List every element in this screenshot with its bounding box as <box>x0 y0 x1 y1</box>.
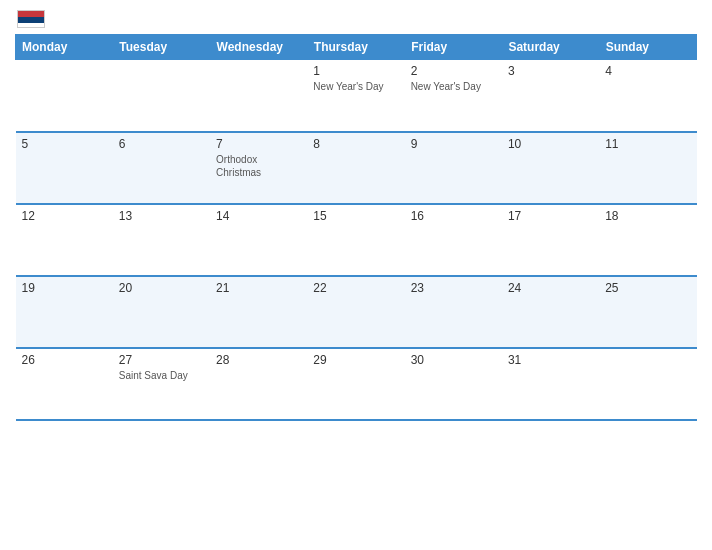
logo-row <box>15 10 45 28</box>
week-row: 567Orthodox Christmas891011 <box>16 132 697 204</box>
calendar-page: MondayTuesdayWednesdayThursdayFridaySatu… <box>0 0 712 550</box>
header <box>15 10 697 28</box>
calendar-cell: 24 <box>502 276 599 348</box>
day-number: 30 <box>411 353 496 367</box>
day-number: 29 <box>313 353 398 367</box>
day-number: 7 <box>216 137 301 151</box>
calendar-cell: 29 <box>307 348 404 420</box>
day-number: 12 <box>22 209 107 223</box>
holiday-label: Orthodox Christmas <box>216 153 301 179</box>
day-number: 5 <box>22 137 107 151</box>
calendar-cell <box>16 60 113 132</box>
day-number: 31 <box>508 353 593 367</box>
holiday-label: Saint Sava Day <box>119 369 204 382</box>
calendar-cell: 2New Year's Day <box>405 60 502 132</box>
day-number: 2 <box>411 64 496 78</box>
calendar-cell: 6 <box>113 132 210 204</box>
calendar-body: 1New Year's Day2New Year's Day34567Ortho… <box>16 60 697 420</box>
day-number: 15 <box>313 209 398 223</box>
weekday-header-sunday: Sunday <box>599 35 696 60</box>
day-number: 4 <box>605 64 690 78</box>
day-number: 22 <box>313 281 398 295</box>
week-row: 19202122232425 <box>16 276 697 348</box>
holiday-label: New Year's Day <box>411 80 496 93</box>
calendar-cell: 18 <box>599 204 696 276</box>
calendar-cell: 21 <box>210 276 307 348</box>
calendar-cell: 17 <box>502 204 599 276</box>
day-number: 18 <box>605 209 690 223</box>
calendar-cell: 3 <box>502 60 599 132</box>
week-row: 12131415161718 <box>16 204 697 276</box>
calendar-cell: 26 <box>16 348 113 420</box>
calendar-header: MondayTuesdayWednesdayThursdayFridaySatu… <box>16 35 697 60</box>
logo-wrapper <box>15 10 95 28</box>
calendar-cell <box>210 60 307 132</box>
holiday-label: New Year's Day <box>313 80 398 93</box>
calendar-cell: 9 <box>405 132 502 204</box>
day-number: 25 <box>605 281 690 295</box>
weekday-header-monday: Monday <box>16 35 113 60</box>
calendar-cell: 16 <box>405 204 502 276</box>
day-number: 23 <box>411 281 496 295</box>
day-number: 9 <box>411 137 496 151</box>
calendar-cell: 28 <box>210 348 307 420</box>
calendar-cell: 19 <box>16 276 113 348</box>
calendar-cell: 15 <box>307 204 404 276</box>
day-number: 27 <box>119 353 204 367</box>
calendar-cell: 20 <box>113 276 210 348</box>
day-number: 14 <box>216 209 301 223</box>
calendar-table: MondayTuesdayWednesdayThursdayFridaySatu… <box>15 34 697 421</box>
calendar-cell: 10 <box>502 132 599 204</box>
day-number: 8 <box>313 137 398 151</box>
weekday-header-tuesday: Tuesday <box>113 35 210 60</box>
day-number: 6 <box>119 137 204 151</box>
calendar-cell: 23 <box>405 276 502 348</box>
calendar-cell: 14 <box>210 204 307 276</box>
day-number: 20 <box>119 281 204 295</box>
day-number: 28 <box>216 353 301 367</box>
calendar-cell: 31 <box>502 348 599 420</box>
calendar-cell: 30 <box>405 348 502 420</box>
day-number: 21 <box>216 281 301 295</box>
calendar-cell: 27Saint Sava Day <box>113 348 210 420</box>
day-number: 1 <box>313 64 398 78</box>
day-number: 26 <box>22 353 107 367</box>
calendar-cell: 25 <box>599 276 696 348</box>
calendar-cell <box>113 60 210 132</box>
day-number: 3 <box>508 64 593 78</box>
day-number: 24 <box>508 281 593 295</box>
flag-icon <box>17 10 45 28</box>
calendar-cell: 5 <box>16 132 113 204</box>
day-number: 19 <box>22 281 107 295</box>
calendar-cell: 12 <box>16 204 113 276</box>
calendar-cell: 1New Year's Day <box>307 60 404 132</box>
calendar-cell: 11 <box>599 132 696 204</box>
week-row: 2627Saint Sava Day28293031 <box>16 348 697 420</box>
calendar-cell <box>599 348 696 420</box>
weekday-header-wednesday: Wednesday <box>210 35 307 60</box>
day-number: 16 <box>411 209 496 223</box>
day-number: 10 <box>508 137 593 151</box>
calendar-cell: 4 <box>599 60 696 132</box>
day-number: 13 <box>119 209 204 223</box>
calendar-cell: 13 <box>113 204 210 276</box>
week-row: 1New Year's Day2New Year's Day34 <box>16 60 697 132</box>
day-number: 11 <box>605 137 690 151</box>
weekday-row: MondayTuesdayWednesdayThursdayFridaySatu… <box>16 35 697 60</box>
day-number: 17 <box>508 209 593 223</box>
calendar-cell: 22 <box>307 276 404 348</box>
weekday-header-saturday: Saturday <box>502 35 599 60</box>
weekday-header-thursday: Thursday <box>307 35 404 60</box>
calendar-cell: 7Orthodox Christmas <box>210 132 307 204</box>
weekday-header-friday: Friday <box>405 35 502 60</box>
calendar-cell: 8 <box>307 132 404 204</box>
